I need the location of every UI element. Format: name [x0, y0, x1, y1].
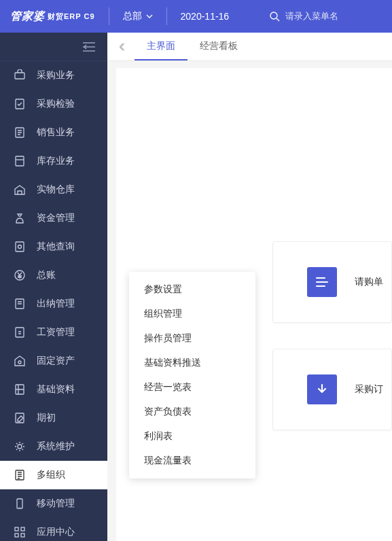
data-icon [14, 383, 26, 396]
svg-rect-18 [21, 527, 24, 531]
svg-point-6 [18, 245, 22, 249]
submenu-item-2[interactable]: 操作员管理 [129, 326, 255, 351]
box-icon [14, 155, 26, 167]
submenu-item-5[interactable]: 资产负债表 [129, 400, 255, 424]
ledger-icon [14, 298, 26, 310]
apps-icon [14, 526, 26, 538]
doc-icon [14, 126, 26, 139]
svg-point-0 [270, 12, 277, 19]
org-label: 总部 [123, 10, 142, 22]
date-display[interactable]: 2020-11-16 [167, 0, 243, 33]
tab-1[interactable]: 经营看板 [188, 33, 250, 60]
sidebar-item-3[interactable]: 库存业务 [0, 147, 107, 175]
edit-icon [14, 412, 26, 424]
sidebar-item-label: 销售业务 [37, 126, 75, 139]
money-bag-icon [14, 212, 26, 224]
date-value: 2020-11-16 [181, 11, 230, 22]
sidebar-item-2[interactable]: 销售业务 [0, 118, 107, 147]
svg-point-13 [18, 444, 22, 449]
dashboard-card-1[interactable]: 采购订 [272, 349, 392, 430]
sidebar-nav: 采购业务采购检验销售业务库存业务实物仓库资金管理其他查询总账出纳管理工资管理固定… [0, 61, 107, 541]
card-label: 采购订 [355, 383, 383, 396]
sidebar-item-label: 期初 [37, 412, 56, 424]
app-logo: 管家婆 财贸ERP C9 [10, 7, 109, 25]
sidebar-item-4[interactable]: 实物仓库 [0, 175, 107, 204]
sidebar-item-label: 固定资产 [37, 355, 75, 367]
submenu-item-7[interactable]: 现金流量表 [129, 449, 255, 473]
sidebar-collapse-button[interactable] [0, 33, 107, 61]
sidebar-item-label: 资金管理 [37, 212, 75, 224]
svg-rect-2 [16, 99, 24, 109]
sidebar-item-7[interactable]: 总账 [0, 261, 107, 290]
tab-back-button[interactable] [114, 33, 135, 60]
sidebar-item-label: 总账 [37, 269, 56, 281]
sidebar-item-label: 多组织 [37, 469, 65, 481]
submenu-item-0[interactable]: 参数设置 [129, 277, 255, 302]
tab-0[interactable]: 主界面 [135, 33, 188, 60]
sidebar-item-13[interactable]: 系统维护 [0, 432, 107, 461]
sidebar-item-label: 采购检验 [37, 98, 75, 110]
sidebar-item-label: 应用中心 [37, 526, 75, 538]
logo-sub: 财贸ERP C9 [48, 12, 95, 22]
search-placeholder: 请录入菜单名 [285, 10, 338, 22]
sidebar-item-9[interactable]: 工资管理 [0, 318, 107, 347]
sidebar-item-label: 基础资料 [37, 383, 75, 396]
sidebar-item-10[interactable]: 固定资产 [0, 347, 107, 375]
search-icon [270, 12, 280, 22]
chevron-down-icon [146, 14, 153, 18]
svg-point-16 [20, 507, 20, 508]
sidebar-item-label: 实物仓库 [37, 184, 75, 196]
salary-icon [14, 326, 26, 338]
gear-icon [14, 440, 26, 453]
cart-icon [14, 69, 26, 82]
mobile-icon [14, 498, 26, 510]
sidebar-item-label: 工资管理 [37, 326, 75, 338]
yen-icon [14, 269, 26, 281]
svg-rect-5 [16, 242, 24, 251]
sidebar-item-label: 系统维护 [37, 440, 75, 453]
menu-search[interactable]: 请录入菜单名 [243, 10, 338, 22]
card-label: 请购单 [355, 276, 383, 288]
download-icon [307, 374, 337, 404]
submenu-item-4[interactable]: 经营一览表 [129, 375, 255, 400]
sidebar-item-0[interactable]: 采购业务 [0, 61, 107, 90]
sidebar-item-16[interactable]: 应用中心 [0, 518, 107, 541]
svg-rect-9 [16, 328, 24, 337]
sidebar-item-label: 其他查询 [37, 241, 75, 253]
sidebar-item-label: 库存业务 [37, 155, 75, 167]
sidebar-item-1[interactable]: 采购检验 [0, 90, 107, 118]
sidebar-item-11[interactable]: 基础资料 [0, 375, 107, 404]
org-icon [14, 469, 26, 481]
submenu-item-6[interactable]: 利润表 [129, 424, 255, 449]
svg-rect-1 [15, 73, 24, 79]
collapse-icon [83, 42, 95, 52]
svg-rect-19 [15, 534, 18, 537]
svg-point-10 [18, 361, 21, 364]
sidebar-item-8[interactable]: 出纳管理 [0, 290, 107, 318]
sidebar-item-label: 采购业务 [37, 69, 75, 82]
asset-icon [14, 355, 26, 367]
sidebar-item-6[interactable]: 其他查询 [0, 232, 107, 261]
warehouse-icon [14, 184, 26, 196]
sidebar-item-14[interactable]: 多组织 [0, 461, 107, 489]
logo-main: 管家婆 [10, 10, 45, 24]
sidebar-item-label: 移动管理 [37, 498, 75, 510]
dashboard-cards: 请购单采购订 [272, 241, 392, 456]
svg-rect-17 [15, 527, 18, 531]
svg-rect-20 [21, 534, 24, 537]
submenu-item-1[interactable]: 组织管理 [129, 302, 255, 326]
sidebar-item-5[interactable]: 资金管理 [0, 204, 107, 232]
dashboard-card-0[interactable]: 请购单 [272, 241, 392, 323]
sidebar-item-15[interactable]: 移动管理 [0, 489, 107, 518]
sidebar-item-12[interactable]: 期初 [0, 404, 107, 432]
app-header: 管家婆 财贸ERP C9 总部 2020-11-16 请录入菜单名 [0, 0, 392, 33]
tabbar: 主界面经营看板 [107, 33, 392, 61]
submenu-popup: 参数设置组织管理操作员管理基础资料推送经营一览表资产负债表利润表现金流量表 [129, 272, 255, 478]
svg-rect-4 [16, 156, 24, 166]
list-icon [307, 267, 337, 297]
check-doc-icon [14, 98, 26, 110]
sidebar: 采购业务采购检验销售业务库存业务实物仓库资金管理其他查询总账出纳管理工资管理固定… [0, 33, 107, 541]
submenu-item-3[interactable]: 基础资料推送 [129, 351, 255, 375]
search-doc-icon [14, 241, 26, 253]
org-selector[interactable]: 总部 [109, 7, 167, 25]
